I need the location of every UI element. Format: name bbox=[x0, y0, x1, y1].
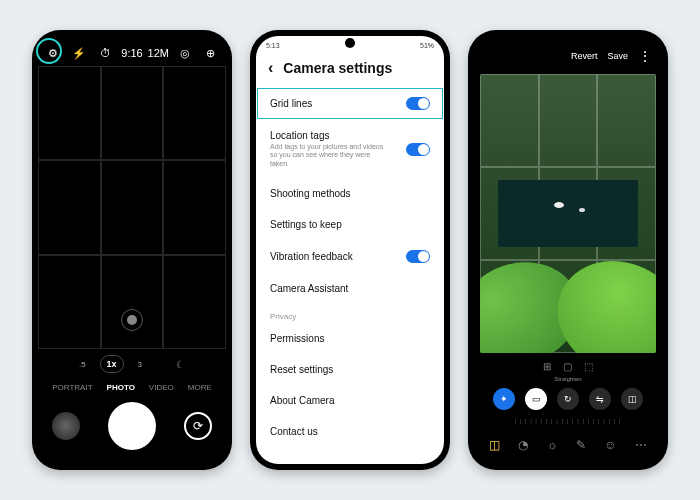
location-tags-label: Location tags bbox=[270, 130, 390, 141]
mode-video[interactable]: VIDEO bbox=[149, 383, 174, 392]
camera-punch-hole bbox=[563, 38, 573, 48]
page-title: Camera settings bbox=[283, 60, 392, 76]
contact-us-label: Contact us bbox=[270, 426, 318, 437]
night-mode-icon[interactable]: ☾ bbox=[176, 359, 185, 370]
about-camera-label: About Camera bbox=[270, 395, 334, 406]
zoom-tele[interactable]: 3 bbox=[138, 360, 142, 369]
rotate-button[interactable]: ↻ bbox=[557, 388, 579, 410]
camera-viewfinder[interactable] bbox=[38, 66, 226, 349]
shooting-methods-label: Shooting methods bbox=[270, 188, 351, 199]
mode-photo[interactable]: PHOTO bbox=[107, 383, 135, 392]
mode-selector: PORTRAIT PHOTO VIDEO MORE bbox=[38, 379, 226, 394]
flash-icon[interactable]: ⚡ bbox=[72, 46, 86, 60]
settings-screen: 5:13 51% ‹ Camera settings Grid lines Lo… bbox=[256, 36, 444, 464]
aspect-1-1-icon[interactable]: ▢ bbox=[563, 361, 572, 372]
grid-lines-toggle[interactable] bbox=[406, 97, 430, 110]
row-location-tags[interactable]: Location tags Add tags to your pictures … bbox=[256, 120, 444, 178]
aspect-custom-icon[interactable]: ⬚ bbox=[584, 361, 593, 372]
straighten-label: Straighten bbox=[474, 374, 662, 384]
editor-preview[interactable] bbox=[480, 74, 656, 353]
settings-header: ‹ Camera settings bbox=[256, 51, 444, 87]
filter-icon[interactable]: ⊕ bbox=[204, 46, 218, 60]
tab-more-icon[interactable]: ⋯ bbox=[635, 438, 647, 452]
camera-punch-hole bbox=[127, 38, 137, 48]
motion-photo-icon[interactable]: ◎ bbox=[178, 46, 192, 60]
pond-water bbox=[498, 180, 639, 247]
revert-button[interactable]: Revert bbox=[571, 51, 598, 61]
megapixel-icon[interactable]: 12M bbox=[151, 46, 165, 60]
row-camera-assistant[interactable]: Camera Assistant bbox=[256, 273, 444, 304]
tab-sticker-icon[interactable]: ☺ bbox=[604, 438, 616, 452]
row-settings-to-keep[interactable]: Settings to keep bbox=[256, 209, 444, 240]
flip-button[interactable]: ⇋ bbox=[589, 388, 611, 410]
zoom-main[interactable]: 1x bbox=[100, 355, 124, 373]
tab-adjust-icon[interactable]: ☼ bbox=[547, 438, 558, 452]
settings-to-keep-label: Settings to keep bbox=[270, 219, 342, 230]
reset-settings-label: Reset settings bbox=[270, 364, 333, 375]
grid-lines-label: Grid lines bbox=[270, 98, 312, 109]
transform-tools: ✦ ▭ ↻ ⇋ ◫ bbox=[474, 384, 662, 414]
zoom-selector: .5 1x 3 ☾ bbox=[38, 349, 226, 379]
permissions-label: Permissions bbox=[270, 333, 324, 344]
row-permissions[interactable]: Permissions bbox=[256, 323, 444, 354]
location-tags-sub: Add tags to your pictures and videos so … bbox=[270, 143, 390, 168]
row-vibration-feedback[interactable]: Vibration feedback bbox=[256, 240, 444, 273]
focus-indicator bbox=[121, 309, 143, 331]
status-battery: 51% bbox=[420, 42, 434, 49]
crop-tool-button[interactable]: ▭ bbox=[525, 388, 547, 410]
straighten-slider[interactable]: | | | | | | | | | | | | | | | | | | | | … bbox=[474, 414, 662, 428]
section-privacy: Privacy bbox=[256, 304, 444, 323]
shutter-button[interactable] bbox=[108, 402, 156, 450]
editor-screen: Revert Save ⋮ ⊞ ▢ ⬚ Straighten ✦ ▭ ↻ ⇋ ◫ bbox=[474, 36, 662, 464]
switch-camera-button[interactable]: ⟳ bbox=[184, 412, 212, 440]
row-about-camera[interactable]: About Camera bbox=[256, 385, 444, 416]
location-tags-toggle[interactable] bbox=[406, 143, 430, 156]
row-contact-us[interactable]: Contact us bbox=[256, 416, 444, 447]
gallery-thumbnail[interactable] bbox=[52, 412, 80, 440]
shutter-row: ⟳ bbox=[38, 394, 226, 464]
camera-punch-hole bbox=[345, 38, 355, 48]
row-reset-settings[interactable]: Reset settings bbox=[256, 354, 444, 385]
phone-camera: ⚙ ⚡ ⏱ 9:16 12M ◎ ⊕ .5 1x 3 ☾ PORTRAIT PH… bbox=[32, 30, 232, 470]
settings-highlight-ring bbox=[36, 38, 62, 64]
save-button[interactable]: Save bbox=[607, 51, 628, 61]
status-time: 5:13 bbox=[266, 42, 280, 49]
perspective-button[interactable]: ◫ bbox=[621, 388, 643, 410]
zoom-wide[interactable]: .5 bbox=[79, 360, 86, 369]
tab-crop-icon[interactable]: ◫ bbox=[489, 438, 500, 452]
mode-more[interactable]: MORE bbox=[188, 383, 212, 392]
row-grid-lines[interactable]: Grid lines bbox=[256, 87, 444, 120]
phone-settings: 5:13 51% ‹ Camera settings Grid lines Lo… bbox=[250, 30, 450, 470]
camera-assistant-label: Camera Assistant bbox=[270, 283, 348, 294]
free-crop-icon[interactable]: ⊞ bbox=[543, 361, 551, 372]
phone-editor: Revert Save ⋮ ⊞ ▢ ⬚ Straighten ✦ ▭ ↻ ⇋ ◫ bbox=[468, 30, 668, 470]
vibration-feedback-label: Vibration feedback bbox=[270, 251, 353, 262]
crop-aspect-row: ⊞ ▢ ⬚ bbox=[474, 357, 662, 374]
more-icon[interactable]: ⋮ bbox=[638, 48, 652, 64]
settings-list[interactable]: Grid lines Location tags Add tags to you… bbox=[256, 87, 444, 464]
tab-filter-icon[interactable]: ◔ bbox=[518, 438, 528, 452]
tab-draw-icon[interactable]: ✎ bbox=[576, 438, 586, 452]
aspect-ratio[interactable]: 9:16 bbox=[125, 46, 139, 60]
timer-icon[interactable]: ⏱ bbox=[99, 46, 113, 60]
swan bbox=[579, 208, 585, 212]
camera-screen: ⚙ ⚡ ⏱ 9:16 12M ◎ ⊕ .5 1x 3 ☾ PORTRAIT PH… bbox=[38, 36, 226, 464]
vibration-feedback-toggle[interactable] bbox=[406, 250, 430, 263]
mode-portrait[interactable]: PORTRAIT bbox=[52, 383, 92, 392]
auto-enhance-button[interactable]: ✦ bbox=[493, 388, 515, 410]
row-shooting-methods[interactable]: Shooting methods bbox=[256, 178, 444, 209]
back-icon[interactable]: ‹ bbox=[268, 59, 273, 77]
editor-bottom-tabs: ◫ ◔ ☼ ✎ ☺ ⋯ bbox=[474, 428, 662, 464]
